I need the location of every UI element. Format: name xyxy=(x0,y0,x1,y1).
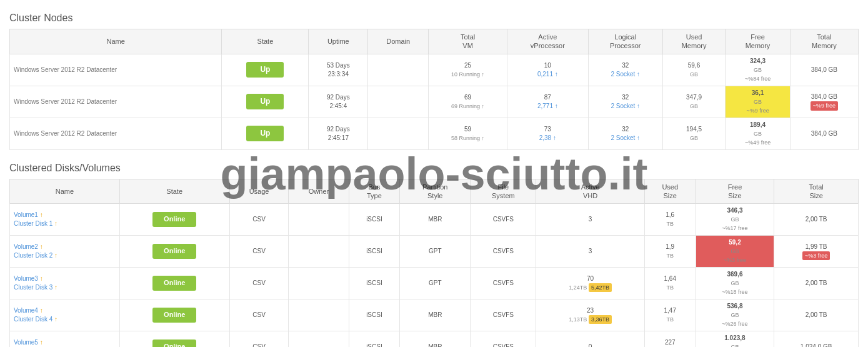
vprocessor-link[interactable]: 2,771 ↑ xyxy=(537,103,558,109)
state-badge: Online xyxy=(152,339,196,347)
node-state-cell: Up xyxy=(222,118,309,149)
table-row: Windows Server 2012 R2 Datacenter Up 92 … xyxy=(10,86,859,118)
node-name-cell: Windows Server 2012 R2 Datacenter xyxy=(10,54,222,86)
disk-used-size-cell: 1,6 TB xyxy=(644,204,696,236)
cluster-nodes-title: Cluster Nodes xyxy=(9,13,859,24)
disk-total-size-cell: 1.024,0 GB xyxy=(774,331,859,347)
clustered-disks-section: Clustered Disks/Volumes Name State Usage… xyxy=(9,163,859,347)
node-free-memory-cell: 324,3 GB ~%84 free xyxy=(726,54,790,86)
volume-link[interactable]: Volume2 xyxy=(14,243,38,250)
cluster-nodes-section: Cluster Nodes Name State Uptime Domain T… xyxy=(9,13,859,150)
disk-bus-type-cell: iSCSI xyxy=(349,268,400,299)
disk-state-cell: Online xyxy=(119,331,229,347)
node-free-memory-cell: 36,1 GB ~%9 free xyxy=(726,86,790,118)
vprocessor-link[interactable]: 0,211 ↑ xyxy=(537,71,558,78)
disk-partition-style-cell: MBR xyxy=(400,299,471,331)
socket-link[interactable]: 2 Socket ↑ xyxy=(611,103,640,109)
cluster-disk-link[interactable]: Cluster Disk 4 xyxy=(14,316,52,323)
node-total-memory-cell: 384,0 GB~%9 free xyxy=(790,86,858,118)
table-row: Windows Server 2012 R2 Datacenter Up 53 … xyxy=(10,54,859,86)
col-header-state: State xyxy=(119,179,229,204)
col-header-total-size: TotalSize xyxy=(774,179,859,204)
state-badge: Up xyxy=(246,62,284,78)
node-logical-processor-cell: 32 2 Socket ↑ xyxy=(588,118,662,149)
col-header-active-vprocessor: ActivevProcessor xyxy=(507,29,589,54)
disk-owner-cell xyxy=(289,331,349,347)
node-uptime-cell: 92 Days 2:45:4 xyxy=(309,86,368,118)
vprocessor-link[interactable]: 2,38 ↑ xyxy=(539,134,556,141)
disk-free-size-cell: 1.023,8 GB ~%100 free xyxy=(696,331,774,347)
col-header-total-vm: TotalVM xyxy=(429,29,507,54)
node-total-vm-cell: 25 10 Running ↑ xyxy=(429,54,507,86)
volume-link[interactable]: Volume3 xyxy=(14,275,38,282)
cluster-disk-link[interactable]: Cluster Disk 3 xyxy=(14,284,52,291)
state-badge: Up xyxy=(246,94,284,109)
socket-link[interactable]: 2 Socket ↑ xyxy=(611,134,640,141)
disk-owner-cell xyxy=(289,204,349,236)
node-total-vm-cell: 69 69 Running ↑ xyxy=(429,86,507,118)
disk-file-system-cell: CSVFS xyxy=(471,268,536,299)
disk-total-size-cell: 2,00 TB xyxy=(774,268,859,299)
disk-bus-type-cell: iSCSI xyxy=(349,331,400,347)
disk-used-size-cell: 227 MB xyxy=(644,331,696,347)
disk-state-cell: Online xyxy=(119,299,229,331)
col-header-bus-type: BusType xyxy=(349,179,400,204)
table-row: Windows Server 2012 R2 Datacenter Up 92 … xyxy=(10,118,859,149)
disk-partition-style-cell: MBR xyxy=(400,331,471,347)
disk-bus-type-cell: iSCSI xyxy=(349,236,400,268)
disk-total-size-cell: 2,00 TB xyxy=(774,204,859,236)
col-header-free-memory: FreeMemory xyxy=(726,29,790,54)
col-header-logical-processor: LogicalProcessor xyxy=(588,29,662,54)
node-total-memory-cell: 384,0 GB xyxy=(790,54,858,86)
cluster-disk-link[interactable]: Cluster Disk 2 xyxy=(14,252,52,259)
node-active-vprocessor-cell: 87 2,771 ↑ xyxy=(507,86,589,118)
node-free-memory-cell: 189,4 GB ~%49 free xyxy=(726,118,790,149)
state-badge: Online xyxy=(152,308,196,322)
disk-active-vhd-cell: 3 xyxy=(536,204,644,236)
col-header-total-memory: TotalMemory xyxy=(790,29,858,54)
disk-active-vhd-cell: 3 xyxy=(536,236,644,268)
col-header-domain: Domain xyxy=(368,29,429,54)
col-header-uptime: Uptime xyxy=(309,29,368,54)
disk-total-size-cell: 1,99 TB~%3 free xyxy=(774,236,859,268)
volume-link[interactable]: Volume1 xyxy=(14,211,38,218)
disk-used-size-cell: 1,47 TB xyxy=(644,299,696,331)
disk-name-cell: Volume2 ↑ Cluster Disk 2 ↑ xyxy=(10,236,120,268)
table-row: Volume3 ↑ Cluster Disk 3 ↑ Online CSV iS… xyxy=(10,268,859,299)
disk-name-cell: Volume3 ↑ Cluster Disk 3 ↑ xyxy=(10,268,120,299)
disk-free-size-cell: 536,8 GB ~%26 free xyxy=(696,299,774,331)
col-header-partition-style: PartitionStyle xyxy=(400,179,471,204)
cluster-disk-link[interactable]: Cluster Disk 1 xyxy=(14,220,52,227)
node-total-memory-cell: 384,0 GB xyxy=(790,118,858,149)
table-row: Volume2 ↑ Cluster Disk 2 ↑ Online CSV iS… xyxy=(10,236,859,268)
disk-owner-cell xyxy=(289,236,349,268)
socket-link[interactable]: 2 Socket ↑ xyxy=(611,71,640,78)
clustered-disks-title: Clustered Disks/Volumes xyxy=(9,163,859,174)
disk-usage-cell: CSV xyxy=(229,299,289,331)
disk-active-vhd-cell: 701,24TB 5,42TB xyxy=(536,268,644,299)
disk-active-vhd-cell: 0 xyxy=(536,331,644,347)
col-header-owner: Owner xyxy=(289,179,349,204)
table-row: Volume1 ↑ Cluster Disk 1 ↑ Online CSV iS… xyxy=(10,204,859,236)
node-used-memory-cell: 347,9 GB xyxy=(662,86,725,118)
node-logical-processor-cell: 32 2 Socket ↑ xyxy=(588,54,662,86)
node-domain-cell xyxy=(368,54,429,86)
col-header-name: Name xyxy=(10,29,222,54)
col-header-name: Name xyxy=(10,179,120,204)
disk-bus-type-cell: iSCSI xyxy=(349,204,400,236)
disk-usage-cell: CSV xyxy=(229,204,289,236)
node-logical-processor-cell: 32 2 Socket ↑ xyxy=(588,86,662,118)
volume-link[interactable]: Volume4 xyxy=(14,307,38,314)
disk-partition-style-cell: MBR xyxy=(400,204,471,236)
disk-name-cell: Volume5 ↑ Cluster Disk 5 ↑ xyxy=(10,331,120,347)
node-active-vprocessor-cell: 10 0,211 ↑ xyxy=(507,54,589,86)
disk-free-size-cell: 369,6 GB ~%18 free xyxy=(696,268,774,299)
volume-link[interactable]: Volume5 xyxy=(14,339,38,346)
node-domain-cell xyxy=(368,118,429,149)
node-uptime-cell: 92 Days 2:45:17 xyxy=(309,118,368,149)
node-domain-cell xyxy=(368,86,429,118)
disk-active-vhd-cell: 231,13TB 3,36TB xyxy=(536,299,644,331)
disk-file-system-cell: CSVFS xyxy=(471,204,536,236)
disk-owner-cell xyxy=(289,268,349,299)
node-uptime-cell: 53 Days 23:3:34 xyxy=(309,54,368,86)
